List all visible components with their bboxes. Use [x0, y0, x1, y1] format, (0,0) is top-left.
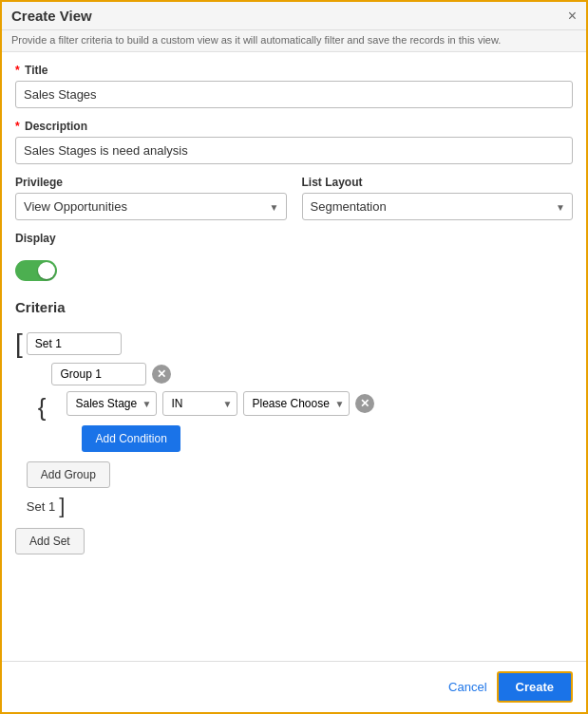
add-set-wrapper: Add Set [15, 528, 573, 554]
add-set-button[interactable]: Add Set [15, 528, 85, 554]
condition-row: Sales Stage ▼ IN NOT IN EQUALS [66, 391, 573, 416]
cancel-button[interactable]: Cancel [448, 680, 486, 694]
display-label: Display [15, 232, 56, 245]
remove-condition-button[interactable]: ✕ [355, 394, 374, 413]
criteria-title: Criteria [15, 299, 573, 315]
list-layout-select-wrapper: Segmentation Default Custom ▼ [302, 193, 574, 220]
modal-subtitle: Provide a filter criteria to build a cus… [2, 30, 586, 52]
set-close-bracket: ] [59, 494, 65, 518]
operator-select-wrapper: IN NOT IN EQUALS ▼ [162, 391, 237, 416]
description-field-group: * Description [15, 120, 573, 164]
modal-footer: Cancel Create [2, 661, 586, 712]
modal-body: * Title * Description Privilege View Opp… [2, 52, 586, 661]
value-select[interactable]: Please Choose [243, 391, 350, 416]
privilege-label: Privilege [15, 176, 287, 189]
group-label-input[interactable] [51, 363, 146, 385]
remove-group-button[interactable]: ✕ [152, 365, 171, 384]
modal-title: Create View [11, 8, 92, 24]
list-layout-field-group: List Layout Segmentation Default Custom … [302, 176, 574, 220]
add-group-button[interactable]: Add Group [27, 461, 110, 488]
add-condition-button[interactable]: Add Condition [82, 425, 180, 452]
title-required-star: * [15, 64, 20, 77]
close-button[interactable]: × [568, 9, 577, 24]
group-content: ✕ Sales Stage ▼ [51, 363, 573, 452]
group-row: { ✕ [38, 363, 573, 452]
toggle-thumb [38, 262, 55, 279]
list-layout-select[interactable]: Segmentation Default Custom [302, 193, 574, 220]
privilege-select-wrapper: View Opportunities Admin Only All Users … [15, 193, 287, 220]
description-required-star: * [15, 120, 20, 133]
field-select-wrapper: Sales Stage ▼ [66, 391, 157, 416]
title-input[interactable] [15, 81, 573, 108]
add-condition-wrapper: Add Condition [66, 425, 573, 452]
toggle-wrapper[interactable] [15, 260, 573, 284]
set-open-row: [ { ✕ [15, 327, 573, 518]
title-label: * Title [15, 64, 573, 77]
privilege-field-group: Privilege View Opportunities Admin Only … [15, 176, 287, 220]
criteria-set: [ { ✕ [15, 327, 573, 554]
create-button[interactable]: Create [497, 671, 573, 703]
set-content: { ✕ [27, 327, 573, 518]
criteria-section: Criteria [ { [15, 299, 573, 554]
description-input[interactable] [15, 137, 573, 164]
title-field-group: * Title [15, 64, 573, 108]
group-open-bracket: { [38, 395, 47, 420]
toggle-track [15, 260, 57, 281]
list-layout-label: List Layout [302, 176, 574, 189]
set-close-label: Set 1 [27, 499, 55, 514]
privilege-select[interactable]: View Opportunities Admin Only All Users [15, 193, 287, 220]
display-toggle[interactable] [15, 260, 57, 281]
privilege-layout-row: Privilege View Opportunities Admin Only … [15, 176, 573, 220]
create-view-modal: Create View × Provide a filter criteria … [0, 0, 588, 714]
set-open-bracket: [ [15, 330, 23, 357]
set-close-row: Set 1 ] [27, 494, 573, 518]
field-select[interactable]: Sales Stage [66, 391, 157, 416]
set-input-row [27, 332, 573, 355]
display-row: Display [15, 232, 573, 245]
set-label-input[interactable] [27, 332, 122, 355]
value-select-wrapper: Please Choose ▼ [243, 391, 350, 416]
operator-select[interactable]: IN NOT IN EQUALS [162, 391, 237, 416]
add-group-wrapper: Add Group [27, 461, 573, 488]
modal-header: Create View × [2, 2, 586, 30]
description-label: * Description [15, 120, 573, 133]
group-header: ✕ [51, 363, 573, 385]
